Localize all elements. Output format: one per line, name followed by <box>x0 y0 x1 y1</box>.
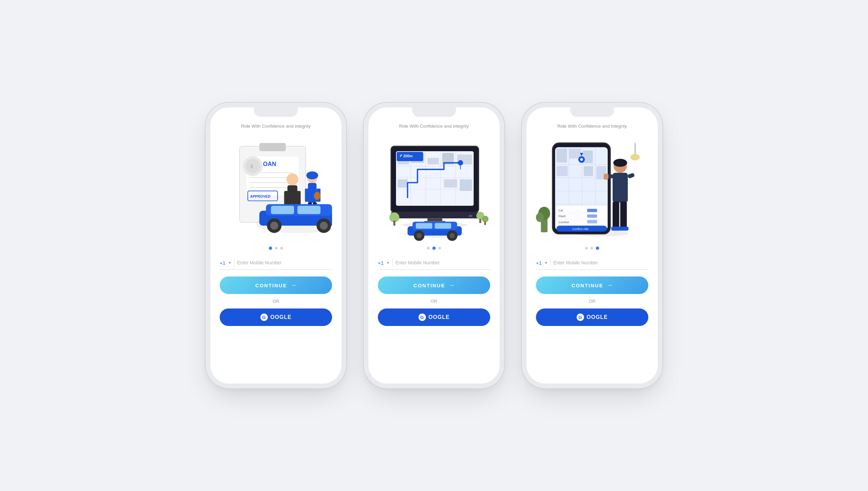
svg-point-53 <box>458 160 463 166</box>
phone-2-dots <box>427 247 441 250</box>
svg-point-119 <box>536 213 544 222</box>
svg-text:↱ 200m: ↱ 200m <box>399 154 413 158</box>
phone-2-illustration: ↱ 200m 40 <box>378 135 490 243</box>
svg-rect-116 <box>619 227 629 231</box>
phone-3-illustration: Car Flash Comfort Confirm ride <box>536 135 648 243</box>
svg-rect-106 <box>587 220 597 223</box>
svg-point-65 <box>482 216 489 223</box>
or-text-3: OR <box>589 299 595 304</box>
svg-rect-72 <box>435 223 451 229</box>
svg-rect-111 <box>627 173 635 179</box>
svg-rect-112 <box>603 174 608 180</box>
phone-1-illustration: LOAN APPROVED <box>220 135 332 243</box>
svg-rect-13 <box>296 191 301 206</box>
svg-rect-1 <box>259 143 286 151</box>
svg-text:40: 40 <box>469 214 472 218</box>
svg-point-122 <box>576 230 628 237</box>
svg-point-121 <box>630 154 640 161</box>
dot-1-1 <box>269 247 272 250</box>
dot-2-3 <box>438 247 441 250</box>
divider-3 <box>550 259 551 266</box>
phone-3-input-row[interactable]: +1 ▼ Enter Mobile Number <box>536 259 648 270</box>
svg-rect-50 <box>398 179 407 188</box>
phones-container: Ride With Confidence and integrity LOAN … <box>190 87 678 404</box>
google-icon-1: G <box>260 314 268 321</box>
svg-rect-113 <box>613 201 619 228</box>
google-label-2: OOGLE <box>429 314 450 320</box>
dot-1-3 <box>280 247 283 250</box>
continue-label-3: CONTINUE <box>571 283 603 288</box>
svg-point-17 <box>306 171 318 179</box>
dropdown-arrow-3[interactable]: ▼ <box>544 261 548 265</box>
svg-point-21 <box>314 192 321 200</box>
continue-button-1[interactable]: CONTINUE → <box>220 277 332 294</box>
phone-2-tagline: Ride With Confidence and integrity <box>399 123 469 128</box>
phone-3-tagline: Ride With Confidence and integrity <box>557 123 627 128</box>
country-code-2[interactable]: +1 <box>378 260 383 266</box>
svg-point-30 <box>270 222 278 230</box>
svg-text:$: $ <box>250 164 253 169</box>
dot-3-1 <box>585 247 588 250</box>
country-code-1[interactable]: +1 <box>220 260 225 266</box>
dot-1-2 <box>275 247 278 250</box>
svg-text:APPROVED: APPROVED <box>250 194 271 198</box>
dropdown-arrow-1[interactable]: ▼ <box>228 261 231 265</box>
svg-rect-28 <box>298 206 321 214</box>
svg-rect-51 <box>444 179 457 188</box>
phone-1: Ride With Confidence and integrity LOAN … <box>210 108 341 383</box>
phone-1-dots <box>269 247 283 250</box>
svg-rect-64 <box>479 219 482 223</box>
svg-rect-66 <box>484 222 486 225</box>
dropdown-arrow-2[interactable]: ▼ <box>386 261 390 265</box>
svg-rect-88 <box>569 148 581 158</box>
google-button-1[interactable]: G OOGLE <box>220 309 332 326</box>
svg-rect-71 <box>416 223 432 229</box>
google-button-2[interactable]: G OOGLE <box>378 309 490 326</box>
phone-3-dots <box>585 247 599 250</box>
svg-rect-57 <box>391 212 478 219</box>
phone-placeholder-1[interactable]: Enter Mobile Number <box>237 260 332 265</box>
dot-3-3 <box>596 247 599 250</box>
svg-text:Comfort: Comfort <box>558 221 569 224</box>
svg-rect-59 <box>427 218 442 221</box>
svg-point-95 <box>580 158 583 161</box>
google-button-3[interactable]: G OOGLE <box>536 309 648 326</box>
svg-rect-62 <box>393 221 395 226</box>
phone-placeholder-3[interactable]: Enter Mobile Number <box>553 260 648 265</box>
phone-1-tagline: Ride With Confidence and integrity <box>241 123 311 128</box>
svg-point-74 <box>416 233 422 238</box>
svg-rect-89 <box>583 150 592 163</box>
svg-point-76 <box>450 233 455 238</box>
continue-button-3[interactable]: CONTINUE → <box>536 277 648 294</box>
svg-rect-19 <box>305 189 309 202</box>
svg-rect-12 <box>284 191 289 206</box>
phone-1-inner: Ride With Confidence and integrity LOAN … <box>210 108 341 383</box>
svg-point-32 <box>320 222 328 230</box>
continue-arrow-1: → <box>290 282 297 289</box>
svg-point-108 <box>613 159 627 167</box>
continue-button-2[interactable]: CONTINUE → <box>378 277 490 294</box>
google-icon-2: G <box>418 314 426 321</box>
continue-arrow-2: → <box>448 282 455 289</box>
phone-3-inner: Ride With Confidence and integrity <box>527 108 658 383</box>
country-code-3[interactable]: +1 <box>536 260 542 266</box>
divider-2 <box>392 259 393 266</box>
svg-rect-90 <box>556 166 567 176</box>
continue-arrow-3: → <box>607 282 613 289</box>
google-icon-3: G <box>577 314 584 321</box>
dot-3-2 <box>590 247 593 250</box>
svg-rect-47 <box>427 158 439 165</box>
or-text-1: OR <box>273 299 279 304</box>
svg-point-10 <box>286 173 298 185</box>
svg-text:Flash: Flash <box>558 215 566 218</box>
phone-placeholder-2[interactable]: Enter Mobile Number <box>395 260 490 265</box>
svg-rect-115 <box>611 227 621 231</box>
google-label-3: OOGLE <box>587 314 608 320</box>
svg-rect-87 <box>556 148 567 162</box>
phone-1-input-row[interactable]: +1 ▼ Enter Mobile Number <box>220 259 332 270</box>
divider-1 <box>234 259 235 266</box>
svg-rect-91 <box>584 166 593 176</box>
google-label-1: OOGLE <box>271 314 292 320</box>
svg-rect-104 <box>587 209 597 212</box>
phone-2-input-row[interactable]: +1 ▼ Enter Mobile Number <box>378 259 490 270</box>
